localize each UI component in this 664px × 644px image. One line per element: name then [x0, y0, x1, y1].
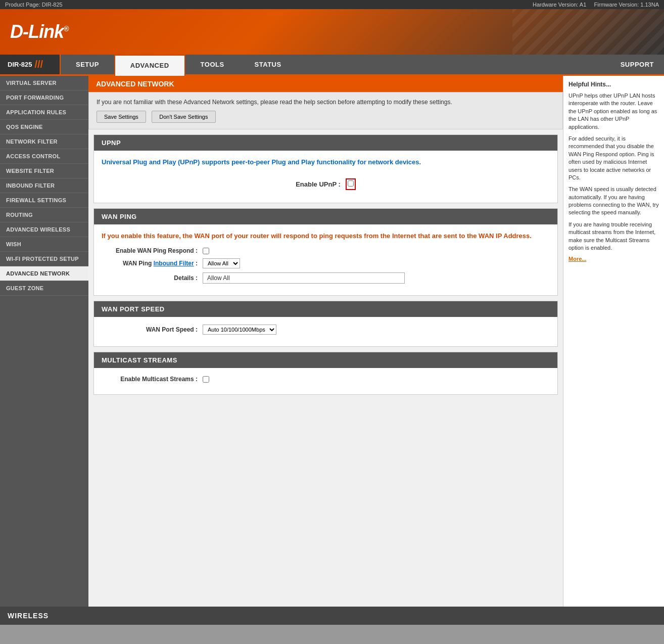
upnp-description: Universal Plug and Play (UPnP) supports … — [102, 158, 550, 166]
wan-port-speed-row: WAN Port Speed : Auto 10/100/1000Mbps 10… — [102, 325, 550, 335]
version-info: Hardware Version: A1 Firmware Version: 1… — [533, 2, 659, 8]
page-title: ADVANCED NETWORK — [96, 80, 174, 88]
sidebar-item-advanced-wireless[interactable]: ADVANCED WIRELESS — [0, 222, 88, 237]
dlink-logo: D-Link® — [10, 21, 68, 42]
sidebar-item-wifi-protected-setup[interactable]: WI-FI PROTECTED SETUP — [0, 252, 88, 266]
tab-tools[interactable]: TOOLS — [185, 55, 240, 74]
hints-text-4: If you are having trouble receiving mult… — [568, 221, 659, 252]
details-row: Details : — [102, 272, 550, 284]
hints-panel: Helpful Hints... UPnP helps other UPnP L… — [563, 76, 664, 607]
tab-setup[interactable]: SETUP — [61, 55, 114, 74]
inbound-filter-row: WAN Ping Inbound Filter : Allow All Deny… — [102, 258, 550, 268]
wan-ping-body: If you enable this feature, the WAN port… — [94, 224, 557, 295]
sidebar-item-application-rules[interactable]: APPLICATION RULES — [0, 105, 88, 120]
tab-support[interactable]: SUPPORT — [610, 55, 664, 74]
enable-upnp-row: Enable UPnP : — [102, 173, 550, 195]
inbound-filter-select[interactable]: Allow All Deny All — [203, 258, 240, 268]
enable-multicast-checkbox[interactable] — [203, 376, 209, 383]
upnp-section: UPNP Universal Plug and Play (UPnP) supp… — [93, 134, 558, 203]
multicast-body: Enable Multicast Streams : — [94, 368, 557, 394]
enable-wan-ping-checkbox[interactable] — [203, 248, 209, 254]
multicast-header: MULTICAST STREAMS — [94, 352, 557, 368]
wan-port-speed-select[interactable]: Auto 10/100/1000Mbps 10Mbps - Half Duple… — [203, 325, 276, 335]
sidebar-item-guest-zone[interactable]: GUEST ZONE — [0, 281, 88, 296]
enable-wan-ping-row: Enable WAN Ping Respond : — [102, 247, 550, 254]
model-slashes: /// — [34, 59, 43, 70]
hints-text-2: For added security, it is recommended th… — [568, 135, 659, 181]
wan-ping-description: If you enable this feature, the WAN port… — [102, 232, 550, 240]
sidebar: VIRTUAL SERVER PORT FORWARDING APPLICATI… — [0, 76, 88, 607]
enable-upnp-label: Enable UPnP : — [296, 180, 341, 188]
info-box: If you are not familiar with these Advan… — [88, 92, 563, 129]
action-buttons: Save Settings Don't Save Settings — [97, 111, 555, 123]
info-text: If you are not familiar with these Advan… — [97, 99, 555, 106]
sidebar-item-website-filter[interactable]: WEBSITE FILTER — [0, 164, 88, 178]
hints-text-3: The WAN speed is usually detected automa… — [568, 186, 659, 217]
content-area: ADVANCED NETWORK If you are not familiar… — [88, 76, 563, 607]
main-layout: VIRTUAL SERVER PORT FORWARDING APPLICATI… — [0, 76, 664, 607]
hints-title: Helpful Hints... — [568, 81, 659, 88]
enable-wan-ping-label: Enable WAN Ping Respond : — [102, 247, 203, 254]
footer: WIRELESS — [0, 607, 664, 625]
wan-port-speed-body: WAN Port Speed : Auto 10/100/1000Mbps 10… — [94, 317, 557, 346]
footer-label: WIRELESS — [8, 612, 49, 620]
sidebar-item-advanced-network[interactable]: ADVANCED NETWORK — [0, 266, 88, 281]
dont-save-button[interactable]: Don't Save Settings — [152, 111, 215, 123]
top-bar: Product Page: DIR-825 Hardware Version: … — [0, 0, 664, 9]
upnp-header: UPNP — [94, 135, 557, 151]
wan-ping-section: WAN PING If you enable this feature, the… — [93, 208, 558, 296]
hints-text-1: UPnP helps other UPnP LAN hosts interope… — [568, 92, 659, 131]
tab-advanced[interactable]: ADVANCED — [114, 55, 185, 76]
multicast-enable-row: Enable Multicast Streams : — [102, 376, 550, 383]
multicast-section: MULTICAST STREAMS Enable Multicast Strea… — [93, 352, 558, 395]
page-title-bar: ADVANCED NETWORK — [88, 76, 563, 92]
wan-port-speed-section: WAN PORT SPEED WAN Port Speed : Auto 10/… — [93, 301, 558, 347]
nav-tabs: DIR-825 /// SETUP ADVANCED TOOLS STATUS … — [0, 55, 664, 76]
wan-port-speed-header: WAN PORT SPEED — [94, 301, 557, 317]
hints-more-link[interactable]: More... — [568, 256, 586, 262]
header: D-Link® — [0, 9, 664, 55]
sidebar-item-qos-engine[interactable]: QOS ENGINE — [0, 120, 88, 134]
enable-upnp-checkbox[interactable] — [348, 180, 354, 187]
sidebar-item-network-filter[interactable]: NETWORK FILTER — [0, 134, 88, 149]
wan-ping-inbound-label: WAN Ping Inbound Filter : — [102, 260, 203, 267]
product-label: Product Page: DIR-825 — [5, 2, 63, 8]
sidebar-item-firewall-settings[interactable]: FIREWALL SETTINGS — [0, 193, 88, 208]
sidebar-item-inbound-filter[interactable]: INBOUND FILTER — [0, 178, 88, 193]
save-settings-button[interactable]: Save Settings — [97, 111, 146, 123]
sidebar-item-virtual-server[interactable]: VIRTUAL SERVER — [0, 76, 88, 90]
details-input[interactable] — [203, 272, 405, 284]
wan-ping-header: WAN PING — [94, 209, 557, 224]
upnp-body: Universal Plug and Play (UPnP) supports … — [94, 151, 557, 203]
enable-upnp-checkbox-container — [346, 178, 356, 190]
multicast-label: Enable Multicast Streams : — [102, 376, 203, 383]
sidebar-item-access-control[interactable]: ACCESS CONTROL — [0, 149, 88, 164]
sidebar-item-routing[interactable]: ROUTING — [0, 208, 88, 222]
sidebar-item-port-forwarding[interactable]: PORT FORWARDING — [0, 90, 88, 105]
details-label: Details : — [102, 274, 203, 282]
sidebar-item-wish[interactable]: WISH — [0, 237, 88, 252]
model-label: DIR-825 /// — [0, 55, 61, 74]
tab-status[interactable]: STATUS — [240, 55, 297, 74]
wan-port-speed-label: WAN Port Speed : — [102, 326, 203, 333]
inbound-filter-link[interactable]: Inbound Filter — [154, 260, 194, 267]
